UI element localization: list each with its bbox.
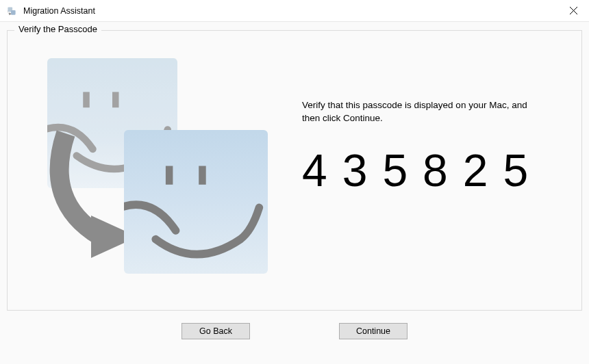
content-area: Verify the Passcode [0, 22, 589, 364]
svg-rect-2 [83, 92, 90, 107]
migration-illustration [35, 58, 281, 277]
svg-rect-6 [199, 166, 206, 185]
passcode-value: 435825 [302, 144, 547, 196]
button-row: Go Back Continue [7, 311, 582, 339]
continue-button[interactable]: Continue [339, 323, 408, 339]
svg-rect-3 [112, 92, 119, 107]
svg-rect-5 [166, 166, 173, 185]
window-title: Migration Assistant [23, 6, 95, 16]
app-icon [5, 5, 18, 17]
info-area: Verify that this passcode is displayed o… [302, 51, 561, 196]
go-back-button[interactable]: Go Back [181, 323, 250, 339]
title-bar: Migration Assistant [0, 0, 589, 22]
verify-passcode-panel: Verify the Passcode [7, 30, 582, 311]
window-close-button[interactable] [557, 0, 589, 22]
svg-rect-1 [11, 10, 16, 14]
instruction-text: Verify that this passcode is displayed o… [302, 99, 547, 125]
panel-legend: Verify the Passcode [14, 24, 101, 34]
